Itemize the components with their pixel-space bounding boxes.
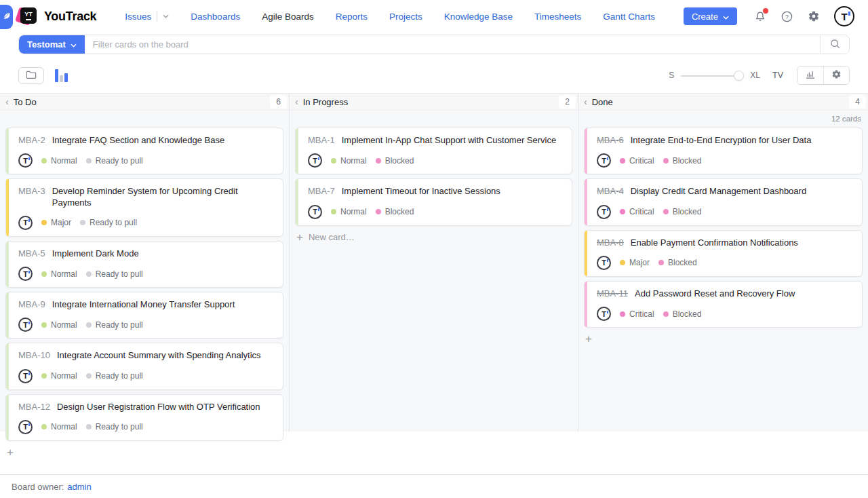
priority-field[interactable]: Normal [41, 320, 77, 330]
issue-card-mba-7[interactable]: MBA-7Implement Timeout for Inactive Sess… [295, 178, 572, 225]
filter-input[interactable] [85, 35, 820, 54]
state-field[interactable]: Blocked [376, 207, 414, 216]
priority-field[interactable]: Critical [620, 309, 654, 319]
state-field[interactable]: Ready to pull [86, 269, 143, 279]
assignee-avatar[interactable]: T [18, 318, 33, 332]
assignee-avatar[interactable]: T [597, 256, 611, 270]
issue-card-mba-4[interactable]: MBA-4Display Credit Card Management Dash… [584, 178, 863, 225]
nav-item-dashboards[interactable]: Dashboards [180, 12, 251, 22]
collapse-column-icon[interactable]: ‹ [295, 97, 298, 107]
issue-title[interactable]: Add Password Reset and Recovery Flow [635, 288, 795, 299]
state-field[interactable]: Ready to pull [86, 320, 143, 330]
assignee-avatar[interactable]: T [597, 205, 611, 219]
issue-id[interactable]: MBA-9 [18, 299, 45, 310]
issue-card-mba-1[interactable]: MBA-1Implement In-App Chat Support with … [295, 128, 572, 174]
state-field[interactable]: Blocked [663, 207, 702, 216]
issue-title[interactable]: Implement Timeout for Inactive Sessions [342, 186, 500, 197]
new-card-button[interactable]: +New card… [290, 229, 578, 246]
search-button[interactable] [820, 35, 849, 54]
issue-id[interactable]: MBA-11 [597, 288, 628, 299]
issue-id[interactable]: MBA-3 [18, 186, 45, 208]
state-field[interactable]: Ready to pull [86, 422, 143, 432]
board-settings-button[interactable] [823, 66, 849, 84]
assignee-avatar[interactable]: T [18, 267, 33, 281]
collapse-column-icon[interactable]: ‹ [584, 97, 587, 107]
issue-id[interactable]: MBA-10 [18, 350, 50, 361]
issue-title[interactable]: Enable Payment Confirmation Notification… [631, 237, 798, 248]
issue-card-mba-9[interactable]: MBA-9Integrate International Money Trans… [5, 292, 283, 339]
settings-gear-icon[interactable] [808, 10, 820, 22]
priority-field[interactable]: Normal [41, 156, 77, 166]
sidebar-toggle[interactable] [0, 5, 13, 29]
state-field[interactable]: Blocked [663, 309, 702, 319]
issue-id[interactable]: MBA-8 [597, 237, 624, 248]
nav-item-gantt-charts[interactable]: Gantt Charts [592, 12, 666, 22]
priority-field[interactable]: Major [620, 258, 650, 267]
collapse-column-icon[interactable]: ‹ [5, 97, 9, 107]
assignee-avatar[interactable]: T [18, 369, 33, 383]
assignee-avatar[interactable]: T [597, 307, 611, 321]
issue-title[interactable]: Implement Dark Mode [52, 248, 139, 259]
priority-field[interactable]: Critical [620, 156, 654, 166]
new-card-button[interactable]: + [578, 330, 868, 347]
priority-field[interactable]: Normal [41, 269, 77, 279]
issue-id[interactable]: MBA-5 [18, 248, 45, 259]
issue-title[interactable]: Display Credit Card Management Dashboard [631, 186, 806, 197]
chevron-down-icon[interactable] [163, 14, 169, 18]
nav-item-issues[interactable]: Issues [114, 11, 180, 22]
project-selector-button[interactable]: Testomat [19, 35, 85, 54]
issue-card-mba-2[interactable]: MBA-2Integrate FAQ Section and Knowledge… [5, 128, 283, 174]
priority-field[interactable]: Normal [331, 207, 367, 216]
nav-item-knowledge-base[interactable]: Knowledge Base [433, 12, 524, 22]
issue-card-mba-3[interactable]: MBA-3Develop Reminder System for Upcomin… [5, 178, 283, 237]
board-chart-toggle[interactable] [55, 69, 68, 82]
assignee-avatar[interactable]: T [18, 153, 33, 168]
nav-item-timesheets[interactable]: Timesheets [524, 12, 592, 22]
youtrack-logo[interactable]: YT YouTrack [19, 7, 96, 26]
priority-field[interactable]: Critical [620, 207, 654, 216]
issue-title[interactable]: Develop Reminder System for Upcoming Cre… [52, 186, 275, 208]
issue-title[interactable]: Integrate International Money Transfer S… [52, 299, 235, 310]
issue-id[interactable]: MBA-2 [18, 135, 45, 146]
nav-item-projects[interactable]: Projects [378, 12, 433, 22]
issue-title[interactable]: Design User Registration Flow with OTP V… [57, 402, 260, 413]
issue-card-mba-6[interactable]: MBA-6Integrate End-to-End Encryption for… [584, 128, 863, 174]
issue-card-mba-11[interactable]: MBA-11Add Password Reset and Recovery Fl… [584, 281, 863, 328]
issue-card-mba-10[interactable]: MBA-10Integrate Account Summary with Spe… [5, 343, 283, 389]
nav-item-agile-boards[interactable]: Agile Boards [251, 12, 325, 22]
tv-mode-button[interactable]: TV [772, 71, 783, 80]
state-field[interactable]: Ready to pull [80, 218, 137, 227]
issue-title[interactable]: Integrate Account Summary with Spending … [57, 350, 261, 361]
state-field[interactable]: Blocked [658, 258, 697, 267]
priority-field[interactable]: Normal [41, 422, 77, 432]
backlog-panel-button[interactable] [18, 67, 44, 84]
state-field[interactable]: Blocked [663, 156, 702, 166]
user-avatar[interactable]: T [834, 6, 854, 26]
issue-id[interactable]: MBA-6 [597, 135, 624, 146]
assignee-avatar[interactable]: T [308, 153, 322, 168]
priority-field[interactable]: Normal [41, 371, 77, 381]
create-button[interactable]: Create [684, 7, 737, 25]
priority-field[interactable]: Major [41, 218, 71, 227]
priority-field[interactable]: Normal [331, 156, 367, 166]
issue-id[interactable]: MBA-7 [308, 186, 335, 197]
issue-id[interactable]: MBA-12 [18, 402, 50, 413]
assignee-avatar[interactable]: T [18, 216, 33, 230]
issue-title[interactable]: Implement In-App Chat Support with Custo… [342, 135, 556, 146]
issue-card-mba-8[interactable]: MBA-8Enable Payment Confirmation Notific… [584, 230, 863, 277]
burndown-chart-button[interactable] [797, 66, 823, 84]
issue-title[interactable]: Integrate End-to-End Encryption for User… [631, 135, 812, 146]
help-icon[interactable]: ? [781, 10, 793, 23]
board-owner-link[interactable]: admin [67, 482, 91, 492]
state-field[interactable]: Ready to pull [86, 371, 143, 381]
card-size-slider[interactable] [681, 71, 743, 81]
issue-id[interactable]: MBA-1 [308, 135, 335, 146]
assignee-avatar[interactable]: T [308, 205, 322, 219]
issue-title[interactable]: Integrate FAQ Section and Knowledge Base [52, 135, 224, 146]
nav-item-reports[interactable]: Reports [325, 12, 378, 22]
new-card-button[interactable]: + [0, 444, 289, 461]
state-field[interactable]: Blocked [376, 156, 414, 166]
issue-card-mba-5[interactable]: MBA-5Implement Dark ModeTNormalReady to … [5, 241, 283, 288]
assignee-avatar[interactable]: T [18, 420, 33, 434]
issue-card-mba-12[interactable]: MBA-12Design User Registration Flow with… [5, 394, 283, 441]
